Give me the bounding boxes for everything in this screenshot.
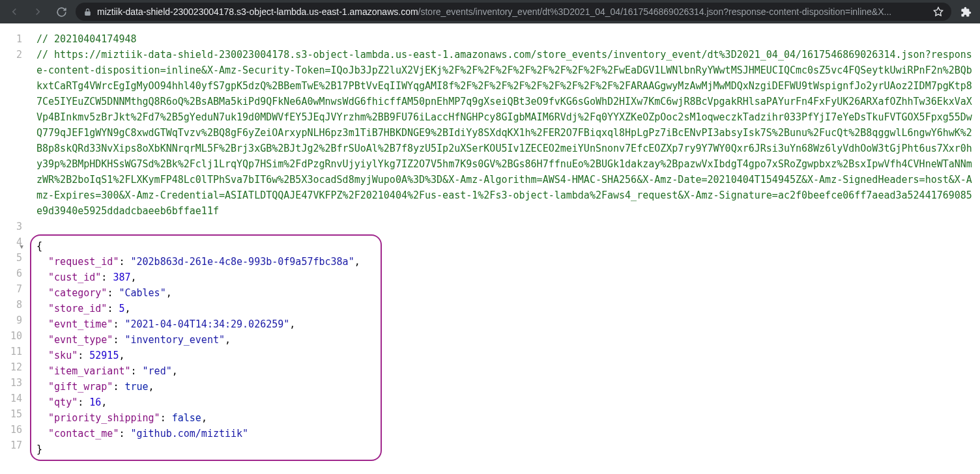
reload-button[interactable] [52, 3, 70, 21]
json-field: "priority_shipping": false, [36, 410, 375, 426]
json-field: "evnt_time": "2021-04-04T14:34:29.026259… [36, 316, 375, 332]
json-field: "category": "Cables", [36, 285, 375, 301]
json-viewer: 1234▼567891011121314151617 // 2021040417… [0, 23, 980, 461]
url-text: miztiik-data-shield-230023004178.s3-obje… [97, 7, 928, 17]
json-field: "request_id": "202b863d-261e-4c8e-993b-0… [36, 254, 375, 270]
line-gutter: 1234▼567891011121314151617 [0, 23, 29, 461]
lock-icon [83, 8, 92, 16]
back-button[interactable] [5, 3, 23, 21]
json-field: "gift_wrap": true, [36, 379, 375, 395]
json-highlight-box: { "request_id": "202b863d-261e-4c8e-993b… [30, 234, 382, 461]
comment-url-line: // https://miztiik-data-shield-230023004… [36, 47, 975, 219]
json-field: "sku": 52915, [36, 348, 375, 363]
json-field: "cust_id": 387, [36, 270, 375, 285]
json-field: "qty": 16, [36, 395, 375, 410]
forward-button[interactable] [29, 3, 47, 21]
json-field: "item_variant": "red", [36, 363, 375, 379]
extensions-icon[interactable] [957, 3, 975, 21]
json-field: "store_id": 5, [36, 301, 375, 316]
json-brace: { [36, 238, 375, 254]
comment-line: // 20210404174948 [36, 31, 975, 47]
json-field: "contact_me": "github.com/miztiik" [36, 426, 375, 441]
code-content: // 20210404174948 // https://miztiik-dat… [29, 23, 980, 461]
json-field: "evnt_type": "inventory_event", [36, 332, 375, 348]
json-brace: } [36, 441, 375, 457]
address-bar[interactable]: miztiik-data-shield-230023004178.s3-obje… [76, 3, 951, 21]
bookmark-star-icon[interactable] [933, 7, 944, 17]
browser-toolbar: miztiik-data-shield-230023004178.s3-obje… [0, 0, 980, 23]
blank-line [36, 219, 975, 234]
